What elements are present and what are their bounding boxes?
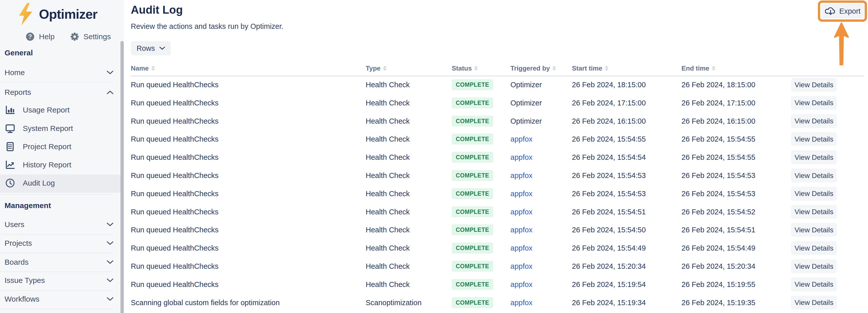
table-row: Run queued HealthChecks Health Check COM… (131, 130, 837, 148)
rows-button[interactable]: Rows (131, 41, 171, 56)
view-details-button[interactable]: View Details (791, 241, 837, 255)
triggered-by-link[interactable]: appfox (510, 244, 532, 252)
audit-task-type: Scanoptimization (366, 298, 422, 307)
sidebar-item-users[interactable]: Users (5, 219, 113, 230)
start-time-value: 26 Feb 2024, 15:54:53 (572, 171, 646, 180)
table-row: Run queued HealthChecks Health Check COM… (131, 203, 837, 221)
end-time-value: 26 Feb 2024, 15:54:55 (681, 153, 755, 162)
sidebar-divider (0, 309, 113, 309)
audit-task-name: Run queued HealthChecks (131, 171, 219, 180)
audit-task-name: Run queued HealthChecks (131, 81, 219, 89)
view-details-button[interactable]: View Details (791, 169, 837, 182)
triggered-by-link[interactable]: appfox (510, 208, 532, 216)
start-time-value: 26 Feb 2024, 15:20:34 (572, 262, 646, 271)
view-details-button[interactable]: View Details (791, 186, 837, 201)
view-details-button[interactable]: View Details (791, 295, 837, 309)
status-badge: COMPLETE (452, 279, 493, 290)
audit-task-name: Scanning global custom fields for optimi… (131, 298, 280, 307)
view-details-button[interactable]: View Details (791, 259, 837, 273)
status-badge: COMPLETE (452, 79, 493, 90)
start-time-value: 26 Feb 2024, 17:15:00 (572, 99, 646, 107)
sidebar-item-issue-types[interactable]: Issue Types (5, 275, 113, 286)
sidebar-item-boards[interactable]: Boards (5, 256, 113, 268)
view-details-button[interactable]: View Details (791, 132, 837, 146)
end-time-value: 26 Feb 2024, 17:15:00 (681, 99, 755, 107)
sidebar-scrollbar[interactable] (120, 41, 124, 313)
sort-carets-icon (383, 66, 387, 71)
triggered-by-link[interactable]: appfox (510, 262, 532, 271)
status-badge: COMPLETE (452, 297, 493, 308)
triggered-by-link[interactable]: appfox (510, 135, 532, 143)
column-header-triggered-by[interactable]: Triggered by (510, 65, 556, 72)
table-row: Scanning global custom fields for optimi… (131, 293, 837, 312)
start-time-value: 26 Feb 2024, 18:15:00 (572, 81, 646, 89)
line-chart-icon (5, 160, 15, 170)
audit-task-type: Health Check (366, 153, 410, 162)
column-header-end-time[interactable]: End time (681, 65, 715, 72)
audit-task-name: Run queued HealthChecks (131, 262, 219, 271)
sidebar-item-system-report[interactable]: System Report (5, 123, 113, 134)
table-row: Run queued HealthChecks Health Check COM… (131, 184, 837, 203)
sidebar-item-label: History Report (23, 161, 71, 169)
document-icon (5, 142, 15, 152)
sidebar-item-project-report[interactable]: Project Report (5, 141, 113, 152)
end-time-value: 26 Feb 2024, 15:54:55 (681, 135, 755, 143)
export-button[interactable]: Export (822, 4, 864, 19)
end-time-value: 26 Feb 2024, 15:54:53 (681, 189, 755, 198)
view-details-button[interactable]: View Details (791, 205, 837, 219)
sidebar-item-usage-report[interactable]: Usage Report (5, 104, 113, 115)
table-row: Run queued HealthChecks Health Check COM… (131, 94, 837, 112)
end-time-value: 26 Feb 2024, 18:15:00 (681, 81, 755, 89)
sidebar-item-audit-log[interactable]: Audit Log (5, 177, 113, 188)
help-link[interactable]: ? Help (25, 32, 55, 41)
chevron-down-icon (107, 222, 113, 227)
triggered-by-link[interactable]: appfox (510, 298, 532, 307)
sidebar-divider (0, 234, 113, 235)
column-header-name[interactable]: Name (131, 65, 155, 72)
view-details-button[interactable]: View Details (791, 96, 837, 110)
chevron-down-icon (107, 278, 113, 282)
sidebar-item-home[interactable]: Home (5, 67, 113, 78)
triggered-by-link[interactable]: appfox (510, 153, 532, 162)
sidebar-item-label: Reports (5, 88, 31, 97)
view-details-button[interactable]: View Details (791, 78, 837, 92)
view-details-button[interactable]: View Details (791, 223, 837, 237)
view-details-button[interactable]: View Details (791, 277, 837, 291)
sort-carets-icon (151, 66, 155, 71)
status-badge: COMPLETE (452, 152, 493, 163)
sidebar-item-label: Issue Types (5, 276, 45, 285)
sidebar-item-projects[interactable]: Projects (5, 238, 113, 249)
svg-text:?: ? (28, 33, 32, 40)
end-time-value: 26 Feb 2024, 15:54:53 (681, 171, 755, 180)
app-title: Optimizer (39, 7, 97, 22)
end-time-value: 26 Feb 2024, 15:54:49 (681, 244, 755, 252)
end-time-value: 26 Feb 2024, 15:20:34 (681, 262, 755, 271)
triggered-by-link[interactable]: appfox (510, 171, 532, 180)
audit-task-name: Run queued HealthChecks (131, 135, 219, 143)
settings-link[interactable]: Settings (70, 32, 111, 41)
start-time-value: 26 Feb 2024, 15:54:51 (572, 208, 646, 216)
sidebar-item-workflows[interactable]: Workflows (5, 293, 113, 305)
sidebar-item-label: Usage Report (23, 106, 70, 114)
column-header-type[interactable]: Type (366, 65, 387, 72)
view-details-button[interactable]: View Details (791, 150, 837, 164)
end-time-value: 26 Feb 2024, 15:19:55 (681, 280, 755, 288)
sidebar-item-history-report[interactable]: History Report (5, 159, 113, 170)
triggered-by-link[interactable]: appfox (510, 280, 532, 288)
status-badge: COMPLETE (452, 243, 493, 253)
audit-task-type: Health Check (366, 244, 410, 252)
status-badge: COMPLETE (452, 261, 493, 272)
clock-icon (5, 178, 15, 188)
sidebar-item-reports[interactable]: Reports (5, 87, 113, 98)
audit-task-type: Health Check (366, 81, 410, 89)
help-label: Help (39, 32, 55, 41)
triggered-by-link[interactable]: appfox (510, 189, 532, 198)
table-row: Run queued HealthChecks Health Check COM… (131, 221, 837, 239)
column-header-status[interactable]: Status (452, 65, 478, 72)
status-badge: COMPLETE (452, 188, 493, 199)
triggered-by-link[interactable]: appfox (510, 226, 532, 234)
audit-task-name: Run queued HealthChecks (131, 117, 219, 125)
sidebar-divider (0, 82, 113, 82)
view-details-button[interactable]: View Details (791, 114, 837, 128)
column-header-start-time[interactable]: Start time (572, 65, 608, 72)
